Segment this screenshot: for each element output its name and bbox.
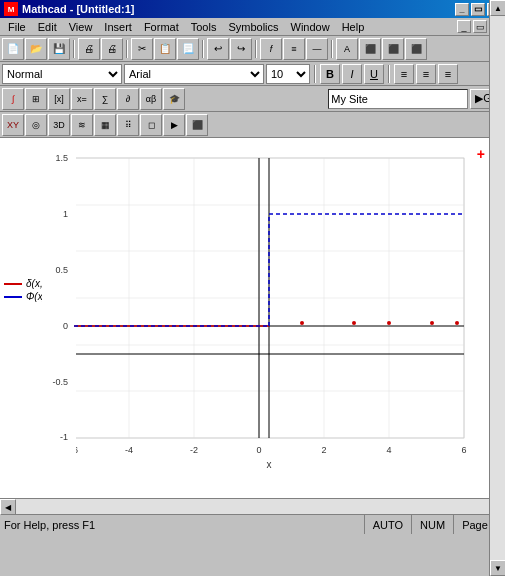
svg-text:1: 1 bbox=[63, 209, 68, 219]
toolbar-btn-b[interactable]: ⬛ bbox=[359, 38, 381, 60]
math-btn-2[interactable]: ≡ bbox=[283, 38, 305, 60]
menu-help[interactable]: Help bbox=[336, 18, 371, 36]
svg-text:-1: -1 bbox=[60, 432, 68, 442]
math-btn-3[interactable]: — bbox=[306, 38, 328, 60]
svg-point-44 bbox=[430, 321, 434, 325]
graph-polar-icon[interactable]: ◎ bbox=[25, 114, 47, 136]
new-button[interactable]: 📄 bbox=[2, 38, 24, 60]
title-bar: M Mathcad - [Untitled:1] _ ▭ ✕ bbox=[0, 0, 505, 18]
svg-point-43 bbox=[387, 321, 391, 325]
math-greek-icon[interactable]: αβ bbox=[140, 88, 162, 110]
url-input[interactable] bbox=[328, 89, 468, 109]
svg-text:2: 2 bbox=[321, 445, 326, 455]
style-select[interactable]: Normal bbox=[2, 64, 122, 84]
graph-3d-icon[interactable]: 3D bbox=[48, 114, 70, 136]
toolbar-sep-1 bbox=[73, 40, 75, 58]
bold-button[interactable]: B bbox=[320, 64, 340, 84]
svg-text:x: x bbox=[267, 459, 272, 470]
legend-line-phi bbox=[4, 296, 22, 298]
copy-button[interactable]: 📋 bbox=[154, 38, 176, 60]
menu-file[interactable]: File bbox=[2, 18, 32, 36]
toolbar-btn-a[interactable]: A bbox=[336, 38, 358, 60]
url-bar: ▶Go bbox=[328, 89, 503, 109]
math-sum-icon[interactable]: ∑ bbox=[94, 88, 116, 110]
math-calc-icon[interactable]: ∫ bbox=[2, 88, 24, 110]
toolbar-sep-3 bbox=[202, 40, 204, 58]
svg-text:-4: -4 bbox=[125, 445, 133, 455]
menu-edit[interactable]: Edit bbox=[32, 18, 63, 36]
math-toolbar: ∫ ⊞ [x] x= ∑ ∂ αβ 🎓 ▶Go bbox=[0, 86, 505, 112]
restore-button[interactable]: ▭ bbox=[471, 3, 485, 16]
app-minimize-button[interactable]: _ bbox=[457, 20, 471, 33]
graph-scatter-icon[interactable]: ⠿ bbox=[117, 114, 139, 136]
svg-text:0: 0 bbox=[256, 445, 261, 455]
scroll-track-bottom[interactable] bbox=[16, 499, 489, 514]
scroll-track-right[interactable] bbox=[490, 138, 505, 498]
svg-point-45 bbox=[455, 321, 459, 325]
paste-button[interactable]: 📃 bbox=[177, 38, 199, 60]
math-deriv-icon[interactable]: ∂ bbox=[117, 88, 139, 110]
graph-surface-icon[interactable]: ◻ bbox=[140, 114, 162, 136]
menu-symbolics[interactable]: Symbolics bbox=[222, 18, 284, 36]
math-btn-1[interactable]: f bbox=[260, 38, 282, 60]
minimize-button[interactable]: _ bbox=[455, 3, 469, 16]
graph-contour-icon[interactable]: ≋ bbox=[71, 114, 93, 136]
align-right-button[interactable]: ≡ bbox=[438, 64, 458, 84]
open-button[interactable]: 📂 bbox=[25, 38, 47, 60]
window-title: Mathcad - [Untitled:1] bbox=[22, 3, 134, 15]
menu-format[interactable]: Format bbox=[138, 18, 185, 36]
size-select[interactable]: 10 bbox=[266, 64, 310, 84]
svg-text:0: 0 bbox=[63, 321, 68, 331]
italic-button[interactable]: I bbox=[342, 64, 362, 84]
status-num: NUM bbox=[411, 515, 453, 534]
align-center-button[interactable]: ≡ bbox=[416, 64, 436, 84]
toolbar-btn-d[interactable]: ⬛ bbox=[405, 38, 427, 60]
svg-text:1.5: 1.5 bbox=[55, 153, 68, 163]
undo-button[interactable]: ↩ bbox=[207, 38, 229, 60]
chart-svg: 1.5 1 0.5 0 -0.5 -1 -6 -4 -2 0 2 4 6 x bbox=[42, 148, 480, 476]
app-restore-button[interactable]: ▭ bbox=[473, 20, 487, 33]
print-preview-button[interactable]: 🖨 bbox=[101, 38, 123, 60]
print-button[interactable]: 🖨 bbox=[78, 38, 100, 60]
svg-text:0.5: 0.5 bbox=[55, 265, 68, 275]
menu-insert[interactable]: Insert bbox=[98, 18, 138, 36]
svg-point-42 bbox=[352, 321, 356, 325]
underline-button[interactable]: U bbox=[364, 64, 384, 84]
main-toolbar: 📄 📂 💾 🖨 🖨 ✂ 📋 📃 ↩ ↪ f ≡ — A ⬛ ⬛ ⬛ bbox=[0, 36, 505, 62]
math-vector-icon[interactable]: [x] bbox=[48, 88, 70, 110]
status-bar: For Help, press F1 AUTO NUM Page 1 bbox=[0, 514, 505, 534]
menu-tools[interactable]: Tools bbox=[185, 18, 223, 36]
svg-point-41 bbox=[300, 321, 304, 325]
redo-button[interactable]: ↪ bbox=[230, 38, 252, 60]
scroll-left-button[interactable]: ◀ bbox=[0, 499, 16, 515]
graph-extra-icon[interactable]: ⬛ bbox=[186, 114, 208, 136]
graph-toolbar: XY ◎ 3D ≋ ▦ ⠿ ◻ ▶ ⬛ bbox=[0, 112, 505, 138]
toolbar-sep-5 bbox=[331, 40, 333, 58]
math-prog-icon[interactable]: 🎓 bbox=[163, 88, 185, 110]
save-button[interactable]: 💾 bbox=[48, 38, 70, 60]
menu-bar: File Edit View Insert Format Tools Symbo… bbox=[0, 18, 505, 36]
font-select[interactable]: Arial bbox=[124, 64, 264, 84]
legend-line-delta bbox=[4, 283, 22, 285]
svg-text:-0.5: -0.5 bbox=[52, 377, 68, 387]
format-sep-2 bbox=[388, 65, 390, 83]
svg-rect-33 bbox=[42, 148, 76, 458]
graph-bar-icon[interactable]: ▦ bbox=[94, 114, 116, 136]
cut-button[interactable]: ✂ bbox=[131, 38, 153, 60]
toolbar-sep-4 bbox=[255, 40, 257, 58]
graph-anim-icon[interactable]: ▶ bbox=[163, 114, 185, 136]
svg-text:-2: -2 bbox=[190, 445, 198, 455]
menu-view[interactable]: View bbox=[63, 18, 99, 36]
right-scrollbar: ▲ ▼ bbox=[489, 138, 505, 498]
status-help-text: For Help, press F1 bbox=[0, 519, 364, 531]
toolbar-btn-c[interactable]: ⬛ bbox=[382, 38, 404, 60]
math-matrix-icon[interactable]: ⊞ bbox=[25, 88, 47, 110]
svg-text:6: 6 bbox=[461, 445, 466, 455]
toolbar-sep-2 bbox=[126, 40, 128, 58]
format-toolbar: Normal Arial 10 B I U ≡ ≡ ≡ bbox=[0, 62, 505, 86]
math-eval-icon[interactable]: x= bbox=[71, 88, 93, 110]
graph-xy-icon[interactable]: XY bbox=[2, 114, 24, 136]
align-left-button[interactable]: ≡ bbox=[394, 64, 414, 84]
app-icon: M bbox=[4, 2, 18, 16]
menu-window[interactable]: Window bbox=[285, 18, 336, 36]
